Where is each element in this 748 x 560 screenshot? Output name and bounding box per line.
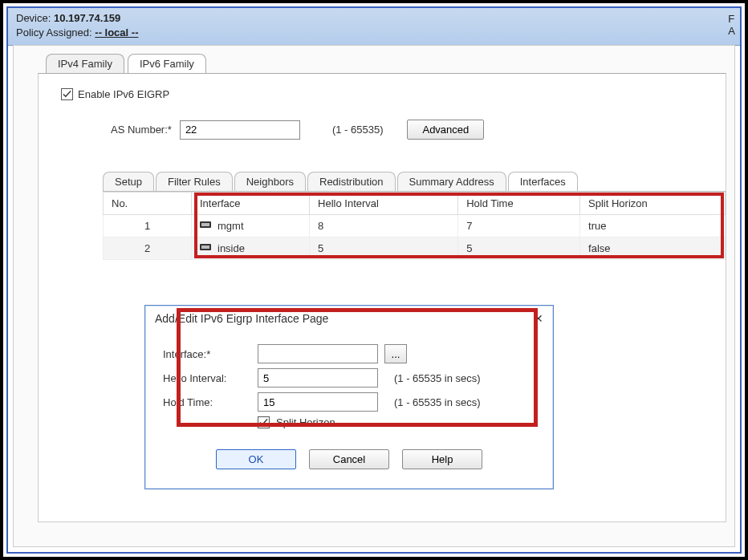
col-no: No. [104, 193, 192, 215]
cell-no: 1 [104, 215, 192, 237]
cell-interface: mgmt [217, 220, 244, 232]
table-row[interactable]: 1 mgmt 8 7 [104, 215, 726, 237]
ok-button[interactable]: OK [216, 449, 296, 469]
policy-label: Policy Assigned: [16, 26, 92, 39]
cell-hold: 5 [458, 237, 580, 260]
hello-interval-input[interactable] [258, 368, 378, 388]
device-label: Device: [16, 12, 51, 24]
tab-redistribution[interactable]: Redistribution [307, 172, 396, 191]
cell-split: true [580, 215, 726, 237]
cell-hold: 7 [458, 215, 580, 237]
svg-rect-1 [201, 223, 209, 226]
policy-value[interactable]: -- local -- [95, 26, 138, 39]
as-number-range: (1 - 65535) [332, 124, 384, 136]
enable-ipv6-eigrp-checkbox[interactable] [61, 88, 73, 100]
add-edit-interface-dialog: Add/Edit IPv6 Eigrp Interface Page ✕ Int… [144, 305, 554, 489]
tab-interfaces[interactable]: Interfaces [508, 172, 578, 191]
col-hold-time: Hold Time [458, 193, 580, 215]
cell-interface: inside [217, 242, 245, 254]
col-split-horizon: Split Horizon [580, 193, 726, 215]
split-horizon-checkbox[interactable] [258, 416, 270, 428]
browse-interface-button[interactable]: ... [384, 344, 407, 363]
cancel-button[interactable]: Cancel [309, 449, 389, 469]
hold-time-hint: (1 - 65535 in secs) [394, 396, 481, 408]
tab-ipv4-family[interactable]: IPv4 Family [46, 54, 124, 73]
hold-time-label: Hold Time: [163, 396, 251, 408]
svg-rect-3 [201, 246, 209, 249]
split-horizon-label: Split Horizon [276, 416, 335, 428]
tab-neighbors[interactable]: Neighbors [234, 172, 306, 191]
nic-icon [200, 220, 213, 232]
header-letter-2: A [728, 25, 735, 37]
device-value: 10.197.74.159 [54, 12, 120, 24]
as-number-label: AS Number:* [111, 124, 172, 136]
cell-no: 2 [104, 237, 192, 260]
tab-setup[interactable]: Setup [103, 172, 154, 191]
hold-time-input[interactable] [258, 392, 378, 412]
table-row[interactable]: 2 inside 5 [104, 237, 726, 260]
close-icon[interactable]: ✕ [534, 312, 543, 325]
header-letter-1: F [728, 13, 735, 25]
tab-ipv6-family[interactable]: IPv6 Family [128, 54, 206, 73]
col-interface: Interface [192, 193, 310, 215]
help-button[interactable]: Help [402, 449, 482, 469]
tab-filter-rules[interactable]: Filter Rules [156, 172, 233, 191]
advanced-button[interactable]: Advanced [407, 120, 484, 140]
interfaces-table: No. Interface Hello Interval Hold Time S… [103, 192, 726, 260]
hello-interval-label: Hello Interval: [163, 372, 251, 384]
col-hello-interval: Hello Interval [310, 193, 458, 215]
hello-interval-hint: (1 - 65535 in secs) [394, 372, 481, 384]
info-header: Device: 10.197.74.159 Policy Assigned: -… [8, 8, 740, 46]
nic-icon [200, 242, 213, 254]
as-number-input[interactable] [180, 120, 300, 140]
cell-hello: 5 [310, 237, 458, 260]
dialog-title: Add/Edit IPv6 Eigrp Interface Page [155, 312, 328, 325]
interface-input[interactable] [258, 344, 378, 363]
cell-hello: 8 [310, 215, 458, 237]
interface-label: Interface:* [163, 348, 251, 360]
tab-summary-address[interactable]: Summary Address [397, 172, 506, 191]
enable-ipv6-eigrp-label: Enable IPv6 EIGRP [78, 88, 169, 100]
cell-split: false [580, 237, 726, 260]
